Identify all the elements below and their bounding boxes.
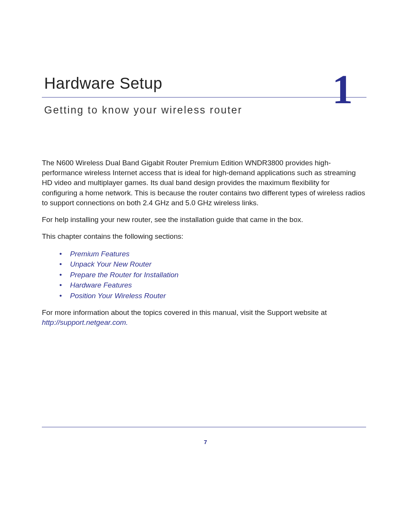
support-link[interactable]: http://support.netgear.com <box>42 318 126 326</box>
sections-intro: This chapter contains the following sect… <box>42 232 366 241</box>
intro-paragraph: The N600 Wireless Dual Band Gigabit Rout… <box>42 158 366 208</box>
section-link-hardware-features[interactable]: Hardware Features <box>59 280 371 291</box>
help-paragraph: For help installing your new router, see… <box>42 215 366 225</box>
page-number: 7 <box>0 439 411 445</box>
chapter-number: 1 <box>332 69 353 110</box>
section-link-unpack-router[interactable]: Unpack Your New Router <box>59 259 371 270</box>
title-divider <box>42 97 366 97</box>
more-info-paragraph: For more information about the topics co… <box>42 308 366 328</box>
sections-list: Premium Features Unpack Your New Router … <box>59 249 371 301</box>
section-link-prepare-installation[interactable]: Prepare the Router for Installation <box>59 270 371 280</box>
chapter-header: Hardware Setup Getting to know your wire… <box>42 74 371 116</box>
chapter-title: Hardware Setup <box>44 74 371 93</box>
footer-divider <box>42 427 366 427</box>
more-info-suffix: . <box>126 318 128 326</box>
document-page: Hardware Setup Getting to know your wire… <box>0 0 411 532</box>
section-link-position-router[interactable]: Position Your Wireless Router <box>59 291 371 301</box>
chapter-subtitle: Getting to know your wireless router <box>44 104 371 116</box>
more-info-prefix: For more information about the topics co… <box>42 308 327 316</box>
section-link-premium-features[interactable]: Premium Features <box>59 249 371 259</box>
